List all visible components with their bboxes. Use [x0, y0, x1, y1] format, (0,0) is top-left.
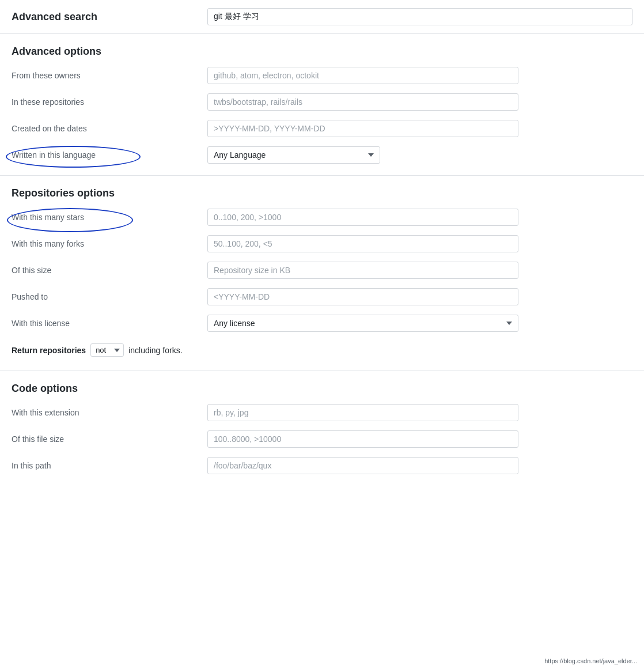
page-title: Advanced search	[12, 11, 207, 23]
file-size-input[interactable]	[207, 430, 518, 448]
path-row: In this path	[12, 457, 632, 474]
forks-input[interactable]	[207, 235, 518, 252]
in-repos-row: In these repositories	[12, 93, 632, 111]
pushed-row: Pushed to	[12, 288, 632, 305]
language-label: Written in this language	[12, 150, 207, 160]
created-dates-label: Created on the dates	[12, 124, 207, 133]
pushed-label: Pushed to	[12, 292, 207, 301]
footer-note: https://blog.csdn.net/java_elder...	[544, 657, 637, 664]
advanced-options-title: Advanced options	[12, 46, 632, 58]
stars-label: With this many stars	[12, 213, 207, 222]
repositories-options-title: Repositories options	[12, 187, 632, 199]
file-size-row: Of this file size	[12, 430, 632, 448]
advanced-options-section: Advanced options From these owners In th…	[0, 34, 644, 164]
return-row: Return repositories not only including f…	[12, 341, 632, 359]
file-size-label: Of this file size	[12, 434, 207, 444]
created-dates-input[interactable]	[207, 120, 518, 137]
return-suffix: including forks.	[128, 346, 182, 355]
language-select[interactable]: Any Language JavaScript Python Java Ruby…	[207, 146, 380, 164]
extension-input[interactable]	[207, 404, 518, 421]
header-row: Advanced search	[0, 0, 644, 34]
license-select[interactable]: Any license MIT Apache-2.0 GPL-3.0	[207, 315, 518, 332]
size-input[interactable]	[207, 262, 518, 279]
forks-row: With this many forks	[12, 235, 632, 252]
pushed-input[interactable]	[207, 288, 518, 305]
extension-label: With this extension	[12, 408, 207, 417]
extension-row: With this extension	[12, 404, 632, 421]
code-options-section: Code options With this extension Of this…	[0, 371, 644, 474]
stars-input[interactable]	[207, 209, 518, 226]
license-label: With this license	[12, 319, 207, 328]
repositories-options-section: Repositories options With this many star…	[0, 176, 644, 359]
language-row: Written in this language Any Language Ja…	[12, 146, 632, 164]
license-row: With this license Any license MIT Apache…	[12, 315, 632, 332]
from-owners-label: From these owners	[12, 71, 207, 80]
created-dates-row: Created on the dates	[12, 120, 632, 137]
return-label: Return repositories	[12, 346, 86, 355]
from-owners-input[interactable]	[207, 67, 518, 84]
stars-row: With this many stars	[12, 209, 632, 226]
in-repos-input[interactable]	[207, 93, 518, 111]
search-input[interactable]	[207, 8, 632, 25]
code-options-title: Code options	[12, 383, 632, 395]
size-label: Of this size	[12, 266, 207, 275]
path-input[interactable]	[207, 457, 518, 474]
size-row: Of this size	[12, 262, 632, 279]
from-owners-row: From these owners	[12, 67, 632, 84]
in-repos-label: In these repositories	[12, 97, 207, 107]
return-forks-select[interactable]: not only	[90, 343, 124, 357]
path-label: In this path	[12, 461, 207, 470]
forks-label: With this many forks	[12, 239, 207, 248]
